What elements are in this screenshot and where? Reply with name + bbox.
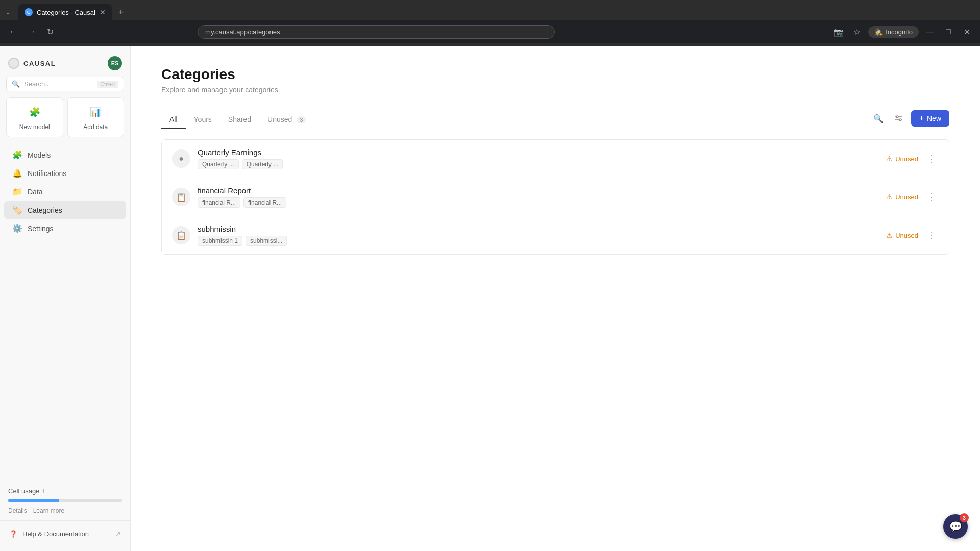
settings-icon: ⚙️ — [12, 223, 22, 233]
tab-list-icon[interactable]: ⌄ — [4, 8, 12, 16]
category-icon: 📋 — [172, 226, 190, 244]
category-tags: subhmissin 1 subhmissi... — [198, 236, 886, 246]
notifications-icon: 🔔 — [12, 168, 22, 178]
new-model-button[interactable]: 🧩 New model — [6, 97, 63, 137]
unused-status: ⚠ Unused — [886, 155, 918, 163]
reload-button[interactable]: ↻ — [43, 24, 57, 39]
incognito-label: Incognito — [886, 28, 913, 36]
warning-icon: ⚠ — [886, 193, 893, 201]
chat-button[interactable]: 💬 3 — [943, 514, 968, 539]
sidebar-footer: Cell usage ℹ Details Learn more — [0, 481, 130, 520]
table-row[interactable]: ● Quarterly Earnings Quarterly ... Quart… — [162, 140, 949, 178]
category-list: ● Quarterly Earnings Quarterly ... Quart… — [161, 139, 949, 255]
tag: subhmissi... — [246, 236, 287, 246]
url-bar[interactable]: my.causal.app/categories — [198, 25, 555, 39]
avatar[interactable]: ES — [108, 56, 122, 70]
tag: Quarterly ... — [242, 159, 283, 169]
sidebar-bottom: ❓ Help & Documentation ↗ — [0, 520, 130, 545]
filter-actions: 🔍 + New — [870, 110, 949, 127]
more-options-button[interactable]: ⋮ — [924, 228, 939, 242]
unused-badge: 3 — [297, 116, 306, 123]
category-info: Quarterly Earnings Quarterly ... Quarter… — [198, 148, 886, 169]
cell-usage-info-icon: ℹ — [42, 488, 45, 495]
tag: financial R... — [243, 197, 286, 208]
filter-bar: All Yours Shared Unused 3 🔍 — [161, 110, 949, 129]
search-icon-button[interactable]: 🔍 — [870, 110, 887, 127]
sidebar-item-models[interactable]: 🧩 Models — [4, 146, 126, 164]
svg-point-1 — [899, 119, 901, 121]
category-tags: Quarterly ... Quarterly ... — [198, 159, 886, 169]
progress-bar — [8, 499, 122, 502]
tab-close-button[interactable]: ✕ — [100, 8, 106, 16]
unused-label: Unused — [895, 193, 918, 201]
back-button[interactable]: ← — [6, 24, 20, 39]
active-tab[interactable]: C Categories - Causal ✕ — [18, 4, 112, 20]
sidebar: CAUSAL ES 🔍 Search... Ctrl+K 🧩 New model… — [0, 46, 131, 551]
sidebar-item-categories[interactable]: 🏷️ Categories — [4, 201, 126, 219]
category-icon: ● — [172, 149, 190, 168]
tab-favicon: C — [24, 8, 33, 16]
help-external-icon: ↗ — [115, 530, 121, 538]
unused-label: Unused — [895, 155, 918, 163]
quick-actions: 🧩 New model 📊 Add data — [0, 97, 130, 143]
tab-unused[interactable]: Unused 3 — [259, 111, 314, 129]
unused-label: Unused — [895, 232, 918, 239]
category-status: ⚠ Unused ⋮ — [886, 228, 939, 242]
new-model-icon: 🧩 — [27, 104, 43, 120]
new-category-label: New — [927, 114, 941, 122]
filter-icon-button[interactable] — [891, 110, 907, 127]
categories-icon: 🏷️ — [12, 205, 22, 215]
add-data-icon: 📊 — [87, 104, 104, 120]
search-shortcut: Ctrl+K — [97, 81, 118, 88]
tag: subhmissin 1 — [198, 236, 242, 246]
sidebar-item-data[interactable]: 📁 Data — [4, 183, 126, 201]
filter-tabs: All Yours Shared Unused 3 — [161, 111, 314, 128]
category-info: subhmissin subhmissin 1 subhmissi... — [198, 224, 886, 246]
category-name: Quarterly Earnings — [198, 148, 886, 157]
tab-yours[interactable]: Yours — [186, 111, 220, 129]
new-tab-button[interactable]: + — [114, 5, 128, 19]
help-icon: ❓ — [9, 530, 17, 538]
learn-more-link[interactable]: Learn more — [33, 507, 64, 514]
table-row[interactable]: 📋 financial Report financial R... financ… — [162, 178, 949, 216]
help-documentation-button[interactable]: ❓ Help & Documentation ↗ — [4, 526, 126, 542]
category-icon: 📋 — [172, 188, 190, 206]
category-name: financial Report — [198, 186, 886, 195]
forward-button[interactable]: → — [24, 24, 39, 39]
tab-all[interactable]: All — [161, 111, 186, 129]
camera-icon[interactable]: 📷 — [831, 24, 846, 39]
new-category-button[interactable]: + New — [911, 110, 949, 127]
close-button[interactable]: ✕ — [960, 24, 974, 39]
progress-fill — [8, 499, 59, 502]
maximize-button[interactable]: □ — [941, 24, 955, 39]
svg-point-0 — [896, 116, 898, 118]
bookmark-icon[interactable]: ☆ — [850, 24, 864, 39]
add-data-button[interactable]: 📊 Add data — [67, 97, 125, 137]
sidebar-header: CAUSAL ES — [0, 52, 130, 77]
avatar-initials: ES — [111, 60, 119, 66]
warning-icon: ⚠ — [886, 231, 893, 239]
tab-shared[interactable]: Shared — [220, 111, 259, 129]
main-content: Categories Explore and manage your categ… — [131, 46, 980, 551]
table-row[interactable]: 📋 subhmissin subhmissin 1 subhmissi... ⚠… — [162, 216, 949, 254]
data-icon: 📁 — [12, 187, 22, 196]
more-options-button[interactable]: ⋮ — [924, 152, 939, 166]
tab-yours-label: Yours — [194, 115, 212, 123]
unused-status: ⚠ Unused — [886, 193, 918, 201]
sidebar-item-notifications[interactable]: 🔔 Notifications — [4, 164, 126, 182]
cell-usage-header: Cell usage ℹ — [8, 487, 122, 495]
logo-icon — [8, 58, 19, 69]
incognito-button[interactable]: 🕵 Incognito — [868, 26, 919, 38]
category-info: financial Report financial R... financia… — [198, 186, 886, 208]
tab-all-label: All — [169, 115, 178, 123]
minimize-button[interactable]: — — [923, 24, 937, 39]
chat-badge: 3 — [960, 513, 969, 522]
details-link[interactable]: Details — [8, 507, 27, 514]
browser-chrome: ⌄ C Categories - Causal ✕ + ← → ↻ my.cau… — [0, 0, 980, 46]
search-bar[interactable]: 🔍 Search... Ctrl+K — [6, 77, 124, 91]
more-options-button[interactable]: ⋮ — [924, 190, 939, 204]
help-label: Help & Documentation — [22, 530, 89, 538]
sidebar-item-settings[interactable]: ⚙️ Settings — [4, 219, 126, 237]
chat-icon: 💬 — [949, 520, 962, 533]
app-container: CAUSAL ES 🔍 Search... Ctrl+K 🧩 New model… — [0, 46, 980, 551]
